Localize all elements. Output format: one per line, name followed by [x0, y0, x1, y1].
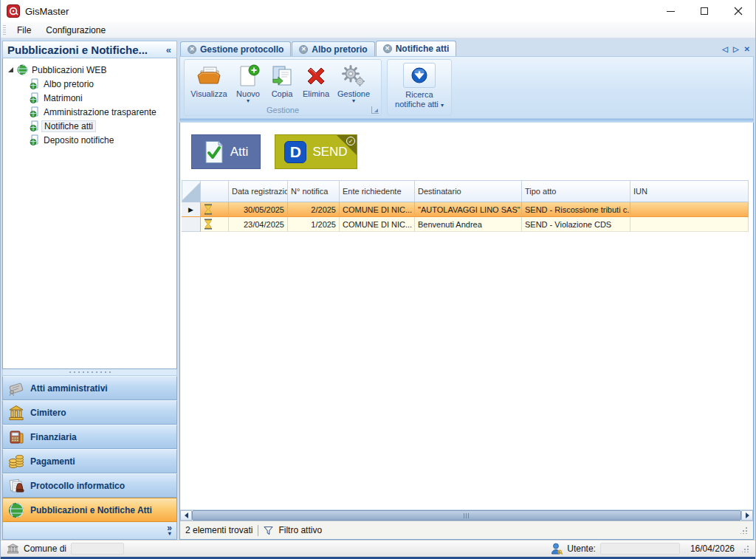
sidebar-item-label: Pagamenti	[30, 456, 75, 467]
globe-icon	[7, 502, 25, 518]
web-page-icon	[30, 120, 40, 131]
gestione-button[interactable]: Gestione ▾	[334, 61, 374, 103]
dialog-launcher-icon[interactable]	[371, 106, 379, 114]
tree-expander-icon[interactable]	[8, 67, 13, 72]
tab-notifiche-atti[interactable]: ✕ Notifiche atti	[376, 41, 457, 56]
menu-grip	[3, 25, 6, 35]
atti-button-label: Atti	[230, 145, 249, 160]
menu-configurazione[interactable]: Configurazione	[38, 24, 113, 37]
icon-column-header[interactable]	[201, 180, 229, 202]
tree-item-deposito-notifiche[interactable]: Deposito notifiche	[3, 133, 176, 147]
tree-item-notifiche-atti[interactable]: Notifiche atti	[3, 119, 176, 133]
globe-icon	[17, 64, 28, 75]
overflow-chevron-button[interactable]: » ▾	[167, 525, 172, 537]
copia-button[interactable]: Copia	[266, 61, 298, 98]
cell-data-registrazione: 30/05/2025	[229, 202, 288, 217]
tree-item-albo-pretorio[interactable]: Albo pretorio	[3, 77, 176, 91]
sidebar-item-label: Protocollo informatico	[30, 481, 125, 491]
delete-x-icon	[304, 64, 328, 88]
column-header-destinatario[interactable]: Destinatario	[415, 180, 522, 202]
nuovo-button[interactable]: Nuovo ▾	[230, 61, 266, 103]
sidebar-item-label: Cimitero	[30, 408, 66, 418]
horizontal-scrollbar[interactable]	[180, 510, 753, 521]
user-field	[600, 543, 680, 555]
document-check-icon	[204, 140, 224, 164]
column-header-data-registrazione[interactable]: Data registrazione	[229, 180, 288, 202]
table-row[interactable]: ▶ 30/05/2025 2/2025 COMUNE DI NIC... "AU…	[182, 202, 749, 217]
sidebar-item-finanziaria[interactable]: Finanziaria	[2, 425, 177, 449]
calculator-icon	[7, 429, 25, 445]
filter-funnel-icon	[264, 526, 273, 535]
tab-albo-pretorio[interactable]: ✕ Albo pretorio	[292, 41, 374, 56]
maximize-icon	[701, 7, 708, 15]
tree-item-amministrazione-trasparente[interactable]: Amministrazione trasparente	[3, 105, 176, 119]
minimize-icon	[667, 11, 675, 12]
row-indicator-icon: ▶	[182, 202, 201, 217]
cell-iun	[630, 217, 749, 232]
column-header-iun[interactable]: IUN	[630, 180, 749, 202]
resize-grip-icon	[740, 527, 748, 534]
select-all-corner[interactable]	[182, 180, 201, 202]
elimina-button[interactable]: Elimina	[298, 61, 334, 98]
column-header-ente-richiedente[interactable]: Ente richiedente	[340, 180, 415, 202]
sidebar-item-pubblicazioni-notifiche[interactable]: Pubblicazioni e Notifiche Atti	[2, 498, 177, 522]
web-page-icon	[30, 106, 40, 117]
sidebar-splitter[interactable]	[2, 369, 177, 376]
tab-label: Gestione protocollo	[200, 44, 284, 55]
sidebar-item-protocollo-informatico[interactable]: Protocollo informatico	[2, 473, 177, 498]
municipality-field	[71, 543, 124, 555]
tab-close-all-button[interactable]: ✕	[744, 45, 750, 53]
sidebar-collapse-button[interactable]: «	[164, 44, 173, 55]
folder-open-icon	[196, 64, 221, 88]
scroll-left-button[interactable]	[180, 510, 192, 521]
tab-label: Albo pretorio	[312, 44, 367, 55]
municipality-label: Comune di	[24, 543, 66, 554]
tab-gestione-protocollo[interactable]: ✕ Gestione protocollo	[180, 41, 291, 56]
ribbon-group-ricerca: Ricerca notifiche atti ▾	[387, 59, 452, 116]
menu-file[interactable]: File	[10, 24, 38, 37]
grid-status-bar: 2 elementi trovati Filtro attivo	[180, 521, 753, 539]
tree-item-matrimoni[interactable]: Matrimoni	[3, 91, 176, 105]
dropdown-caret-icon: ▾	[352, 98, 355, 103]
tab-close-icon[interactable]: ✕	[383, 44, 392, 53]
atti-button[interactable]: Atti	[191, 134, 261, 169]
minimize-button[interactable]	[653, 0, 687, 22]
sidebar-title: Pubblicazioni e Notifiche...	[7, 44, 164, 56]
tree-item-pubblicazioni-web[interactable]: Pubblicazioni WEB	[3, 63, 176, 77]
download-circle-icon	[410, 66, 428, 84]
check-badge-icon: ✓	[346, 137, 355, 145]
ribbon-toolbar: Visualizza Nuovo ▾	[179, 56, 754, 119]
app-status-bar: Comune di Utente: 16/04/2026	[1, 540, 755, 559]
sidebar-overflow-row: » ▾	[2, 522, 177, 540]
tree-item-label-selected: Notifiche atti	[41, 120, 96, 132]
table-row[interactable]: 23/04/2025 1/2025 COMUNE DI NIC... Benve…	[182, 217, 749, 232]
hourglass-icon	[204, 204, 213, 215]
maximize-button[interactable]	[687, 0, 721, 22]
cell-n-notifica: 2/2025	[288, 202, 340, 217]
copy-icon	[270, 64, 294, 88]
menu-bar: File Configurazione	[1, 22, 755, 38]
stamp-documents-icon	[7, 478, 25, 494]
tab-prev-button[interactable]: ◁	[722, 45, 728, 53]
close-button[interactable]	[721, 0, 755, 22]
visualizza-button[interactable]: Visualizza	[188, 61, 230, 98]
user-key-icon	[551, 543, 563, 555]
cell-destinatario: Benvenuti Andrea	[415, 217, 522, 232]
scroll-right-button[interactable]	[741, 510, 753, 521]
ricerca-notifiche-atti-button[interactable]: Ricerca notifiche atti ▾	[391, 61, 448, 109]
dropdown-caret-icon: ▾	[247, 98, 250, 103]
sidebar-item-pagamenti[interactable]: Pagamenti	[2, 449, 177, 473]
web-page-icon	[30, 78, 40, 89]
temple-gold-icon	[7, 405, 25, 421]
tab-close-icon[interactable]: ✕	[188, 45, 196, 54]
hourglass-icon	[204, 219, 213, 230]
column-header-n-notifica[interactable]: N° notifica	[288, 180, 340, 202]
sidebar-item-atti-amministrativi[interactable]: Atti amministrativi	[2, 376, 177, 400]
scrollbar-thumb[interactable]	[192, 510, 741, 521]
tab-close-icon[interactable]: ✕	[299, 45, 308, 54]
send-button[interactable]: D SEND ✓	[275, 134, 357, 169]
tree-item-label: Albo pretorio	[44, 79, 94, 89]
tab-next-button[interactable]: ▷	[733, 45, 739, 53]
sidebar-item-cimitero[interactable]: Cimitero	[2, 400, 177, 425]
column-header-tipo-atto[interactable]: Tipo atto	[522, 180, 630, 202]
